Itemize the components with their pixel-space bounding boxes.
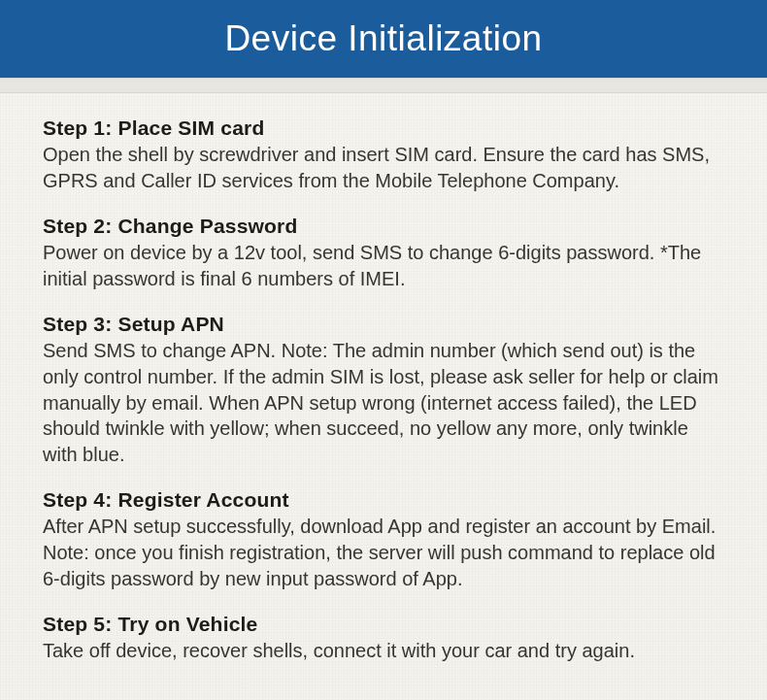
header-divider	[0, 78, 767, 93]
page-title: Device Initialization	[224, 18, 542, 59]
content-area: Step 1: Place SIM card Open the shell by…	[0, 93, 767, 700]
step-1-body: Open the shell by screwdriver and insert…	[43, 142, 724, 193]
step-2-title: Step 2: Change Password	[43, 215, 724, 238]
step-5-body: Take off device, recover shells, connect…	[43, 638, 724, 664]
step-4: Step 4: Register Account After APN setup…	[43, 488, 724, 591]
step-3-title: Step 3: Setup APN	[43, 313, 724, 336]
page-header: Device Initialization	[0, 0, 767, 78]
step-4-title: Step 4: Register Account	[43, 488, 724, 512]
step-1: Step 1: Place SIM card Open the shell by…	[43, 117, 724, 193]
step-1-title: Step 1: Place SIM card	[43, 117, 724, 140]
step-4-body: After APN setup successfully, download A…	[43, 514, 724, 591]
step-2-body: Power on device by a 12v tool, send SMS …	[43, 240, 724, 291]
step-5-title: Step 5: Try on Vehicle	[43, 613, 724, 636]
step-5: Step 5: Try on Vehicle Take off device, …	[43, 613, 724, 664]
step-3: Step 3: Setup APN Send SMS to change APN…	[43, 313, 724, 467]
step-2: Step 2: Change Password Power on device …	[43, 215, 724, 291]
step-3-body: Send SMS to change APN. Note: The admin …	[43, 338, 724, 467]
